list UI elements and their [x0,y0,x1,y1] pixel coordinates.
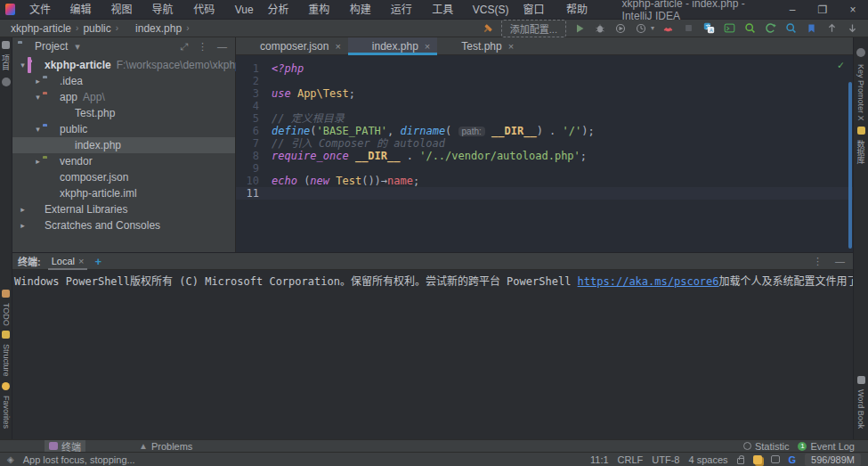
run-icon[interactable] [572,21,587,36]
editor-tab-composer-json[interactable]: composer.json× [236,37,348,54]
editor-tab-test-php[interactable]: Test.php× [437,37,521,54]
word-book-icon[interactable] [857,376,865,384]
terminal-minimize-icon[interactable]: — [832,256,848,266]
run-with-coverage-icon[interactable] [613,21,628,36]
google-icon[interactable]: G [789,454,797,465]
close-icon[interactable]: × [508,41,514,52]
project-panel-title[interactable]: Project [35,40,68,53]
tree-item-xkphp-article[interactable]: ▾xkphp-articleF:\workspace\demo\xkphp-ar… [12,57,235,73]
menu-item[interactable]: 构建(B) [343,0,384,20]
more-options-icon[interactable]: ⋮ [195,41,210,53]
menu-item[interactable]: VCS(S) [466,0,516,20]
menu-item[interactable]: 工具(T) [425,0,466,20]
toolwindow-button-statistic[interactable]: Statistic [739,440,794,453]
tree-item-composer-json[interactable]: composer.json [12,169,235,185]
commit-stripe-icon[interactable] [2,78,11,86]
breadcrumb-item[interactable]: xkphp-article [11,22,71,35]
code-editor[interactable]: ✓ 1<?php23use App\Test;45// 定义根目录6define… [236,55,853,252]
debug-icon[interactable] [593,21,607,36]
tree-item-scratches-and-consoles[interactable]: ▸Scratches and Consoles [12,217,235,233]
editor-scrollbar[interactable] [848,82,852,249]
stripe-button-structure[interactable]: Structure [2,344,11,377]
structure-stripe-icon[interactable] [2,331,10,339]
close-icon[interactable]: × [335,41,340,52]
layers-icon[interactable]: ◈ [7,454,14,464]
tree-arrow-icon[interactable]: ▸ [18,205,28,214]
close-icon[interactable]: × [425,41,430,52]
robot-icon[interactable] [771,455,780,463]
stripe-button-database[interactable]: 数据库 [856,140,867,164]
editor-tab-index-php[interactable]: index.php× [348,37,437,54]
stripe-button-todo[interactable]: TODO [2,303,11,326]
build-hammer-icon[interactable] [481,21,495,36]
tree-arrow-icon[interactable]: ▸ [33,157,43,166]
caret-position[interactable]: 11:1 [590,454,609,465]
profiler-dropdown-icon[interactable]: ▾ [651,24,654,32]
new-terminal-button[interactable]: + [94,255,101,268]
stop-icon[interactable] [681,21,695,36]
maximize-button[interactable]: ❐ [807,0,838,20]
minimize-button[interactable]: – [777,0,807,20]
memory-indicator[interactable]: 596/989M [805,454,861,466]
menu-item[interactable]: 文件(F) [22,0,63,20]
terminal-output[interactable]: Windows PowerShell版权所有 (C) Microsoft Cor… [12,270,853,288]
chevron-down-icon[interactable]: ▾ [72,41,83,53]
tree-item-xkphp-article-iml[interactable]: xkphp-article.iml [12,185,235,201]
menu-item[interactable]: 视图(V) [104,0,145,20]
profiler-icon[interactable] [634,21,648,36]
arrow-up-icon[interactable] [824,21,839,36]
close-icon[interactable]: × [78,256,84,266]
tree-arrow-icon[interactable]: ▾ [33,125,43,134]
bookmark-icon[interactable] [804,21,818,36]
tree-arrow-icon[interactable]: ▾ [33,93,43,102]
key-promoter-gear-icon[interactable] [856,48,865,57]
refresh-icon[interactable] [763,21,777,36]
tree-arrow-icon[interactable]: ▸ [18,221,28,230]
menu-item[interactable]: 帮助(H) [559,0,601,20]
attach-debugger-icon[interactable] [661,21,675,36]
stripe-button-favorites[interactable]: Favorites [2,396,11,429]
breadcrumb-item[interactable]: index.php [135,22,182,35]
line-ending-indicator[interactable]: CRLF [618,454,644,465]
menu-item[interactable]: 导航(N) [145,0,187,20]
indent-indicator[interactable]: 4 spaces [688,454,727,465]
database-stripe-icon[interactable] [857,127,865,135]
console-icon[interactable] [722,21,736,36]
tree-item-test-php[interactable]: Test.php [12,105,235,121]
terminal-more-icon[interactable]: ⋮ [810,256,825,267]
translation-plugin-icon[interactable] [753,455,762,464]
tree-item-vendor[interactable]: ▸vendor [12,153,235,169]
tree-item-index-php[interactable]: index.php [12,137,235,153]
tree-item--idea[interactable]: ▸.idea [12,73,235,89]
terminal-tab-local[interactable]: Local× [48,253,88,270]
todo-stripe-icon[interactable] [2,290,10,298]
menu-item[interactable]: 窗口(W) [516,0,560,20]
encoding-indicator[interactable]: UTF-8 [652,454,679,465]
tree-arrow-icon[interactable]: ▸ [33,77,43,86]
menu-item[interactable]: 分析(Z) [261,0,302,20]
collapse-all-icon[interactable]: ⤢ [177,41,191,53]
toolwindow-button-problems[interactable]: ▲ Problems [134,440,197,453]
tree-item-external-libraries[interactable]: ▸External Libraries [12,201,235,217]
menu-item[interactable]: 代码(C) [186,0,228,20]
toolwindow-button-terminal[interactable]: 终端 [45,440,85,453]
arrow-down-icon[interactable] [845,21,859,36]
run-configuration-selector[interactable]: 添加配置... [501,20,566,37]
stripe-button-project[interactable]: 项目 [0,54,12,70]
search-blue-icon[interactable] [783,21,798,36]
lock-icon[interactable] [737,458,744,464]
toolwindow-button-event-log[interactable]: 1 Event Log [793,440,859,453]
menu-item[interactable]: 重构(R) [301,0,343,20]
hide-panel-icon[interactable]: — [215,41,230,52]
close-button[interactable]: × [838,0,868,20]
menu-item[interactable]: 编辑(E) [63,0,104,20]
favorites-star-icon[interactable] [2,382,10,390]
breadcrumb-item[interactable]: public [83,22,110,35]
search-green-icon[interactable] [742,21,757,36]
tree-item-public[interactable]: ▾public [12,121,235,137]
menu-item[interactable]: 运行(U) [384,0,426,20]
inspection-ok-icon[interactable]: ✓ [838,59,844,71]
tree-arrow-icon[interactable]: ▾ [18,61,28,69]
stripe-button-key-promoter[interactable]: Key Promoter X [856,64,865,121]
stripe-button-word-book[interactable]: Word Book [856,389,865,429]
